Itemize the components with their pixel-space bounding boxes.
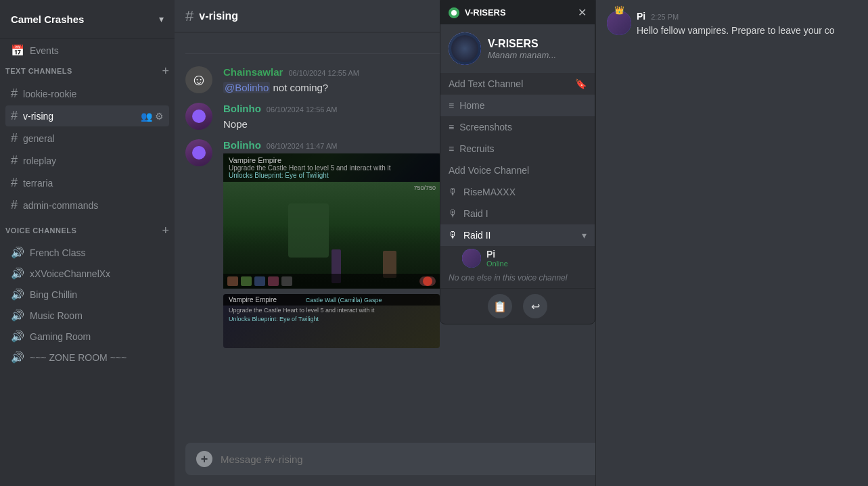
speaker-icon: 🔊 xyxy=(11,330,24,343)
right-panel: 👑 Pi 2:25 PM Hello fellow vampires. Prep… xyxy=(595,0,868,486)
channel-general[interactable]: # general xyxy=(5,128,169,149)
hash-icon: # xyxy=(11,131,18,145)
voice-server-name: V-RISERS xyxy=(488,38,587,50)
member-avatar xyxy=(462,249,481,268)
voice-channel-xxvoicechannelxx[interactable]: 🔊 xXVoiceChannelXx xyxy=(5,264,169,283)
voice-channels-label: VOICE CHANNELS xyxy=(5,226,76,235)
channel-terraria[interactable]: # terraria xyxy=(5,172,169,193)
voice-panel-risemaxxx[interactable]: 🎙 RiseMAXXX xyxy=(440,181,595,203)
add-text-channel-label: Add Text Channel xyxy=(449,78,523,89)
voice-channel-label: Raid II xyxy=(463,230,490,241)
hash-icon: # xyxy=(11,109,18,123)
add-text-channel-button[interactable]: Add Text Channel 🔖 xyxy=(440,73,595,95)
voice-channel-name: xXVoiceChannelXx xyxy=(30,268,110,279)
channel-name: lookie-rookie xyxy=(23,89,76,99)
message-username: Bolinho xyxy=(223,139,261,151)
add-text-channel-icon[interactable]: + xyxy=(162,65,169,77)
voice-channel-name: French Class xyxy=(30,247,85,258)
channel-admin-commands[interactable]: # admin-commands xyxy=(5,195,169,216)
close-voice-panel-button[interactable]: ✕ xyxy=(578,6,587,19)
voice-channel-music-room[interactable]: 🔊 Music Room xyxy=(5,306,169,325)
add-attachment-button[interactable]: + xyxy=(196,451,212,467)
hash-icon: # xyxy=(11,176,18,190)
channel-name: v-rising xyxy=(23,111,53,122)
message-username: Bolinho xyxy=(223,103,261,114)
voice-panel-channel-home[interactable]: ≡ Home xyxy=(440,95,595,116)
channel-label: Home xyxy=(459,100,484,111)
expand-icon: ▾ xyxy=(582,230,587,241)
add-voice-channel-icon[interactable]: + xyxy=(162,224,169,237)
leave-voice-button[interactable]: ↩ xyxy=(523,294,547,318)
message-timestamp: 06/10/2024 12:55 AM xyxy=(288,69,359,77)
voice-controls: 📋 ↩ xyxy=(440,288,595,324)
members-icon[interactable]: 👥 xyxy=(141,111,152,122)
game-scene: 750/750 xyxy=(223,182,440,289)
mic-icon: 🎙 xyxy=(449,208,458,219)
voice-server-info: V-RISERS Manam manam... xyxy=(440,24,595,73)
voice-server-status: Manam manam... xyxy=(488,50,587,60)
voice-channel-name: Music Room xyxy=(30,310,83,321)
voice-channel-zone-room[interactable]: 🔊 ~~~ ZONE ROOM ~~~ xyxy=(5,347,169,367)
voice-channel-name: Bing Chillin xyxy=(30,289,77,300)
message-timestamp: 06/10/2024 11:47 AM xyxy=(267,142,338,150)
channel-header-hash-icon: # xyxy=(185,7,193,25)
mic-icon: 🎙 xyxy=(449,187,458,197)
speaker-icon: 🔊 xyxy=(11,246,24,259)
voice-channel-french-class[interactable]: 🔊 French Class xyxy=(5,243,169,262)
add-voice-channel-label: Add Voice Channel xyxy=(449,165,529,176)
mention: @Bolinho xyxy=(223,82,270,93)
voice-panel-raid-ii[interactable]: 🎙 Raid II ▾ xyxy=(440,224,595,246)
server-header[interactable]: Camel Crashes ▾ xyxy=(0,0,175,39)
voice-channel-gaming-room[interactable]: 🔊 Gaming Room xyxy=(5,326,169,346)
right-panel-timestamp: 2:25 PM xyxy=(651,13,679,21)
voice-channel-name: Gaming Room xyxy=(30,331,91,342)
avatar xyxy=(185,103,212,130)
list-icon: ≡ xyxy=(449,100,454,111)
speaker-icon: 🔊 xyxy=(11,267,24,280)
voice-panel-channel-screenshots[interactable]: ≡ Screenshots xyxy=(440,116,595,138)
voice-channel-label: RiseMAXXX xyxy=(463,187,516,197)
message-timestamp: 06/10/2024 12:56 AM xyxy=(267,105,338,114)
voice-member-pi: Pi Online xyxy=(440,246,595,270)
voice-channels-header: VOICE CHANNELS + xyxy=(0,222,175,239)
hash-icon: # xyxy=(11,87,18,101)
member-name: Pi xyxy=(486,249,587,260)
voice-channel-label: Raid I xyxy=(463,208,488,219)
hash-icon: # xyxy=(11,153,18,168)
clipboard-button[interactable]: 📋 xyxy=(488,294,512,318)
add-voice-channel-button[interactable]: Add Voice Channel xyxy=(440,160,595,181)
channel-name: admin-commands xyxy=(23,200,98,211)
speaker-icon: 🔊 xyxy=(11,288,24,301)
text-channels-label: TEXT CHANNELS xyxy=(5,67,72,75)
calendar-icon: 📅 xyxy=(11,44,24,57)
server-chevron-icon: ▾ xyxy=(159,14,164,24)
right-panel-message-text: Hello fellow vampires. Prepare to leave … xyxy=(637,24,857,38)
voice-channel-bing-chillin[interactable]: 🔊 Bing Chillin xyxy=(5,285,169,304)
speaker-icon: 🔊 xyxy=(11,351,24,364)
screenshot-title: Vampire Empire Upgrade the Castle Heart … xyxy=(223,153,440,182)
mic-icon: 🎙 xyxy=(449,230,458,241)
voice-panel-raid-i[interactable]: 🎙 Raid I xyxy=(440,203,595,224)
member-status: Online xyxy=(486,260,587,268)
server-name: Camel Crashes xyxy=(11,14,159,25)
sidebar: Camel Crashes ▾ 📅 Events TEXT CHANNELS +… xyxy=(0,0,175,486)
voice-panel-channel-recruits[interactable]: ≡ Recruits xyxy=(440,138,595,160)
channel-lookie-rookie[interactable]: # lookie-rookie xyxy=(5,83,169,104)
add-text-channel-icon: 🔖 xyxy=(575,78,587,89)
voice-panel-header: V-RISERS ✕ xyxy=(440,1,595,24)
events-label: Events xyxy=(30,45,59,56)
channel-v-rising[interactable]: # v-rising 👥 ⚙ xyxy=(5,105,169,126)
voice-server-avatar xyxy=(449,32,481,65)
voice-no-one-text: No one else in this voice channel xyxy=(440,270,595,288)
voice-channel-name: ~~~ ZONE ROOM ~~~ xyxy=(30,352,127,363)
channel-action-icons: 👥 ⚙ xyxy=(141,111,164,122)
game-screenshot-1: Vampire Empire Upgrade the Castle Heart … xyxy=(223,153,440,289)
list-icon: ≡ xyxy=(449,122,454,132)
channel-header-name: v-rising xyxy=(199,10,238,22)
channel-name: general xyxy=(23,133,55,144)
channel-roleplay[interactable]: # roleplay xyxy=(5,150,169,171)
settings-icon[interactable]: ⚙ xyxy=(155,111,164,122)
right-panel-message: 👑 Pi 2:25 PM Hello fellow vampires. Prep… xyxy=(596,0,868,49)
channel-label: Screenshots xyxy=(459,122,512,132)
events-item[interactable]: 📅 Events xyxy=(5,39,169,62)
